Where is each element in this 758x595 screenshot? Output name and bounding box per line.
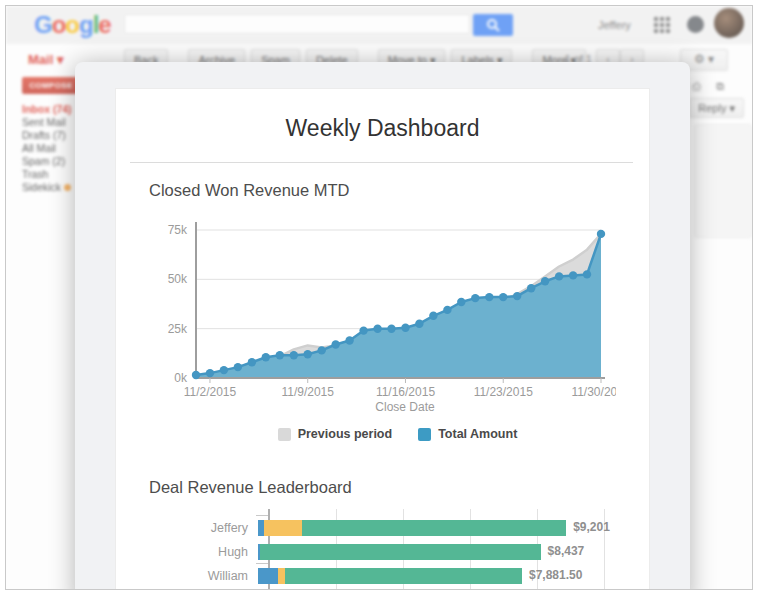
leaderboard-value: $9,201 bbox=[573, 520, 610, 536]
closed-won-revenue-chart: 0k25k50k75k11/2/201511/9/201511/16/20151… bbox=[116, 216, 616, 398]
email-body: Weekly Dashboard Closed Won Revenue MTD … bbox=[115, 88, 650, 590]
section-heading-revenue: Closed Won Revenue MTD bbox=[149, 181, 649, 200]
legend-item-total-amount: Total Amount bbox=[418, 427, 517, 441]
leaderboard-bar: $7,881.50 bbox=[258, 568, 649, 584]
chart-legend: Previous period Total Amount bbox=[146, 427, 649, 441]
legend-item-previous-period: Previous period bbox=[278, 427, 392, 441]
leaderboard-label: Jeffery bbox=[126, 521, 258, 535]
svg-text:25k: 25k bbox=[168, 322, 188, 336]
email-preview-modal: Weekly Dashboard Closed Won Revenue MTD … bbox=[75, 62, 690, 590]
svg-text:11/23/2015: 11/23/2015 bbox=[474, 385, 533, 398]
leaderboard-row-jeffery: Jeffery $9,201 bbox=[126, 516, 649, 540]
bar-segment bbox=[302, 520, 566, 536]
deal-revenue-leaderboard: Jeffery $9,201 Hugh $8,437 William $7,88… bbox=[126, 516, 649, 588]
bar-segment bbox=[285, 568, 522, 584]
axis-tick bbox=[256, 515, 268, 516]
legend-swatch-icon bbox=[278, 428, 291, 441]
divider bbox=[130, 162, 633, 163]
svg-text:0k: 0k bbox=[174, 371, 188, 385]
section-heading-leaderboard: Deal Revenue Leaderboard bbox=[149, 478, 649, 497]
svg-text:75k: 75k bbox=[168, 223, 188, 237]
bar-segment bbox=[258, 568, 278, 584]
svg-text:11/9/2015: 11/9/2015 bbox=[281, 385, 334, 398]
leaderboard-label: Hugh bbox=[126, 545, 258, 559]
email-title: Weekly Dashboard bbox=[116, 115, 649, 142]
leaderboard-value: $7,881.50 bbox=[529, 568, 582, 584]
leaderboard-label: William bbox=[126, 569, 258, 583]
gmail-window: Google Jeffery Mail ▾ BackArchiveSpamDel… bbox=[5, 5, 753, 590]
leaderboard-row-william: William $7,881.50 bbox=[126, 564, 649, 588]
svg-text:50k: 50k bbox=[168, 272, 188, 286]
svg-text:11/2/2015: 11/2/2015 bbox=[184, 385, 237, 398]
x-axis-label: Close Date bbox=[161, 400, 649, 414]
leaderboard-row-hugh: Hugh $8,437 bbox=[126, 540, 649, 564]
bar-segment bbox=[278, 568, 285, 584]
bar-segment bbox=[264, 520, 302, 536]
leaderboard-value: $8,437 bbox=[548, 544, 585, 560]
svg-text:11/16/2015: 11/16/2015 bbox=[376, 385, 435, 398]
legend-swatch-icon bbox=[418, 428, 431, 441]
leaderboard-bar: $9,201 bbox=[258, 520, 649, 536]
leaderboard-bar: $8,437 bbox=[258, 544, 649, 560]
bar-segment bbox=[260, 544, 541, 560]
svg-text:11/30/2015: 11/30/2015 bbox=[571, 385, 616, 398]
leaderboard-rows: Jeffery $9,201 Hugh $8,437 William $7,88… bbox=[126, 516, 649, 588]
